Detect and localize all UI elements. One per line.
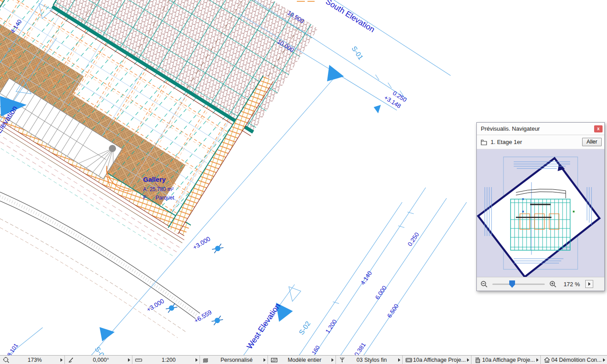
zoom-value: 173% — [11, 357, 59, 363]
statusbar-scale[interactable]: 1:200 — [132, 356, 200, 364]
gallery-name-label: Gallery — [143, 176, 166, 183]
dim-label-6500: 6.500 — [386, 303, 400, 319]
gallery-floor-value: Parquet — [156, 195, 175, 201]
view-settings-value: 10a Affichage Proje... — [413, 357, 466, 363]
dim-label-160: 160 — [311, 344, 321, 355]
expand-arrow-icon[interactable] — [264, 358, 266, 362]
statusbar-pen-set[interactable]: 03 Stylos fin — [336, 356, 402, 364]
dim-label-0250-right: 0.250 — [407, 231, 420, 247]
angle-value: 0,000° — [76, 357, 127, 363]
story-icon — [480, 139, 487, 146]
zoom-out-icon[interactable] — [480, 280, 488, 288]
zoom-slider-track[interactable] — [492, 284, 545, 285]
status-bar: 173% 0,000° 1:200 Personnalisé Modèle en… — [0, 355, 607, 364]
expand-arrow-icon[interactable] — [603, 358, 605, 362]
renovation-icon — [543, 356, 551, 364]
section-label-s01-top: S-01 — [350, 45, 364, 61]
preview-navigator-panel: Prévisualis. Navigateur x 1. Etage 1er A… — [476, 122, 605, 291]
statusbar-zoom[interactable]: 173% — [0, 356, 65, 364]
level-label-3000-bottom: +3.000 — [145, 297, 165, 313]
south-elevation-label: South Elevation — [324, 0, 376, 34]
section-label-s02: S-02 — [297, 320, 311, 336]
section-label-s01-bottom: S-01 — [93, 345, 108, 355]
dim-label-8101: 8.101 — [6, 342, 20, 355]
statusbar-model-view[interactable]: Modèle entier — [268, 356, 336, 364]
zoom-slider-handle[interactable] — [509, 280, 515, 288]
dim-label-1200: 1.200 — [324, 318, 338, 334]
model-icon — [271, 356, 279, 364]
expand-arrow-icon[interactable] — [536, 358, 539, 362]
expand-arrow-icon[interactable] — [128, 358, 130, 362]
close-button[interactable]: x — [594, 125, 603, 132]
preview-area[interactable] — [477, 149, 604, 277]
model-view-value: Modèle entier — [279, 357, 330, 363]
statusbar-layers[interactable]: Personnalisé — [200, 356, 268, 364]
level-markers — [166, 244, 224, 326]
scale-value: 1:200 — [143, 357, 195, 363]
expand-arrow-icon[interactable] — [467, 358, 469, 362]
zoom-percentage: 172 % — [559, 281, 580, 288]
zoom-menu-button[interactable] — [585, 280, 593, 288]
go-to-story-button[interactable]: Aller — [582, 138, 602, 146]
expand-arrow-icon[interactable] — [196, 358, 198, 362]
angle-icon — [68, 356, 76, 364]
gallery-area-label: A: 25.780 m² — [143, 186, 174, 192]
preview-thumbnail — [477, 149, 603, 277]
dim-label-4140-right: 4.140 — [359, 270, 373, 286]
expand-arrow-icon[interactable] — [331, 358, 334, 362]
story-label: 1. Etage 1er — [491, 139, 579, 145]
panel-titlebar[interactable]: Prévisualis. Navigateur x — [477, 123, 604, 135]
layers-value: Personnalisé — [211, 357, 262, 363]
renovation-value: 04 Démolition Con... — [551, 357, 602, 363]
orientation-icon — [474, 356, 482, 364]
expand-arrow-icon[interactable] — [60, 358, 63, 362]
story-row: 1. Etage 1er Aller — [477, 135, 604, 149]
pen-set-value: 03 Stylos fin — [347, 357, 396, 363]
preview-zoom-bar: 172 % — [477, 277, 604, 291]
panel-title: Prévisualis. Navigateur — [481, 125, 594, 132]
statusbar-angle[interactable]: 0,000° — [65, 356, 132, 364]
gallery-floor-key: F: — [143, 195, 148, 201]
statusbar-view-settings[interactable]: 10a Affichage Proje... — [403, 356, 472, 364]
dim-label-6000: 6.000 — [374, 284, 388, 300]
zoom-in-icon[interactable] — [549, 280, 557, 288]
zoom-icon — [3, 356, 11, 364]
scale-icon — [135, 356, 143, 364]
expand-arrow-icon[interactable] — [398, 358, 400, 362]
layers-icon — [203, 356, 211, 364]
statusbar-renovation[interactable]: 04 Démolition Con... — [541, 356, 607, 364]
west-elevation-label: West Elevation — [245, 301, 282, 350]
view-icon — [405, 356, 413, 364]
pen-icon — [339, 356, 347, 364]
orientation-value: 10a Affichage Proje... — [482, 357, 535, 363]
statusbar-orientation[interactable]: 10a Affichage Proje... — [471, 356, 541, 364]
level-label-6559: +6.559 — [193, 308, 213, 324]
